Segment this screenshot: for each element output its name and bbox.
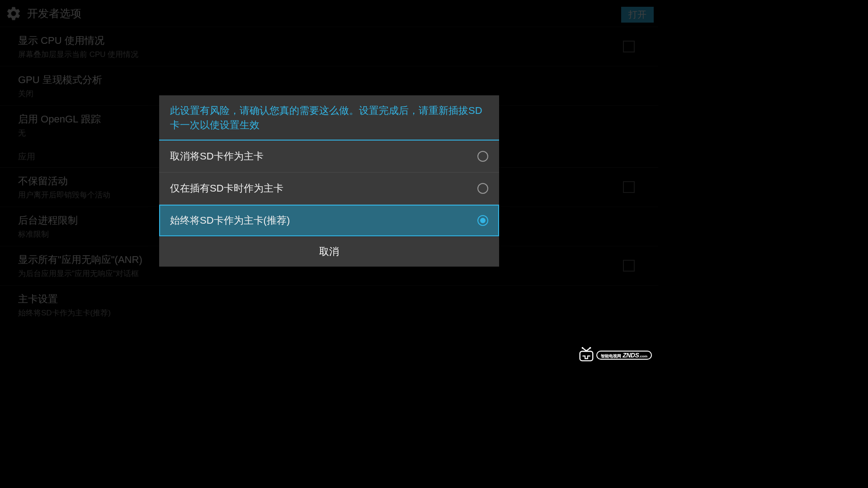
- znds-logo: 智能电视网 ZNDS .com: [578, 347, 652, 364]
- dialog-option-cancel-sd[interactable]: 取消将SD卡作为主卡: [159, 141, 499, 173]
- dialog-option-always-sd[interactable]: 始终将SD卡作为主卡(推荐): [159, 205, 499, 236]
- svg-point-0: [582, 347, 584, 349]
- radio-icon: [477, 183, 488, 194]
- logo-main-text: ZNDS: [623, 352, 639, 359]
- sd-card-dialog: 此设置有风险，请确认您真的需要这么做。设置完成后，请重新插拔SD卡一次以使设置生…: [159, 95, 499, 267]
- logo-pill: 智能电视网 ZNDS .com: [596, 351, 652, 360]
- logo-com-text: .com: [639, 354, 647, 358]
- svg-rect-2: [580, 351, 593, 361]
- option-label: 取消将SD卡作为主卡: [170, 150, 264, 163]
- logo-chinese-text: 智能电视网: [601, 353, 621, 359]
- dialog-options: 取消将SD卡作为主卡 仅在插有SD卡时作为主卡 始终将SD卡作为主卡(推荐): [159, 141, 499, 236]
- dialog-cancel-button[interactable]: 取消: [159, 236, 499, 267]
- modal-overlay: 此设置有风险，请确认您真的需要这么做。设置完成后，请重新插拔SD卡一次以使设置生…: [0, 0, 658, 370]
- option-label: 仅在插有SD卡时作为主卡: [170, 182, 283, 195]
- option-label: 始终将SD卡作为主卡(推荐): [170, 214, 290, 227]
- dialog-warning-text: 此设置有风险，请确认您真的需要这么做。设置完成后，请重新插拔SD卡一次以使设置生…: [159, 95, 499, 141]
- svg-point-1: [590, 347, 591, 349]
- radio-icon: [477, 215, 488, 226]
- dialog-option-sd-when-inserted[interactable]: 仅在插有SD卡时作为主卡: [159, 173, 499, 205]
- radio-icon: [477, 151, 488, 162]
- tv-icon: [578, 347, 595, 364]
